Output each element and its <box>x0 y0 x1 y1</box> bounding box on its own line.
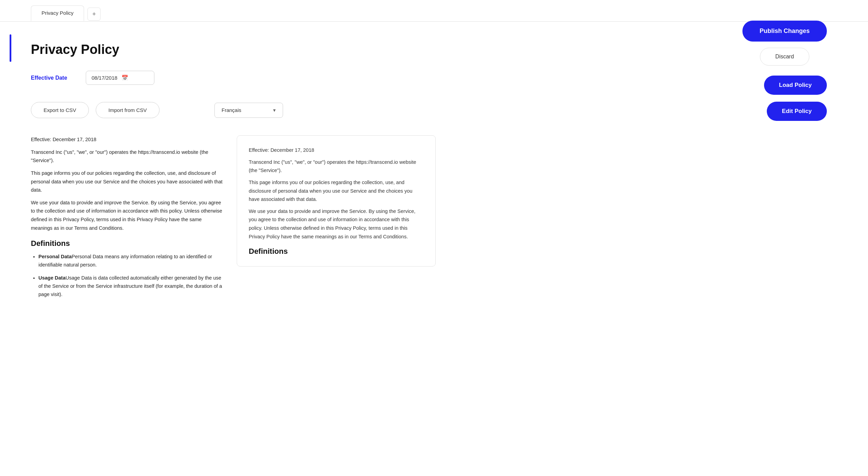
chevron-down-icon: ▾ <box>273 107 276 113</box>
tab-privacy-policy[interactable]: Privacy Policy <box>31 5 84 21</box>
right-para2: This page informs you of our policies re… <box>249 178 424 204</box>
content-area: Effective: December 17, 2018 Transcend I… <box>31 135 837 304</box>
right-definitions-title: Definitions <box>249 247 424 256</box>
list-item: Personal DataPersonal Data means any inf… <box>38 253 223 269</box>
policy-actions: Load Policy Edit Policy <box>764 76 827 121</box>
page-title: Privacy Policy <box>31 42 837 57</box>
right-para1: Transcend Inc ("us", "we", or "our") ope… <box>249 158 424 175</box>
effective-date-label: Effective Date <box>31 75 79 81</box>
tab-bar: Privacy Policy + <box>0 0 868 22</box>
date-value: 08/17/2018 <box>92 75 117 81</box>
list-item: Usage DataUsage Data is data collected a… <box>38 274 223 299</box>
main-content: Privacy Policy Effective Date 08/17/2018… <box>0 22 868 317</box>
right-intro-date: Effective: December 17, 2018 <box>249 146 424 155</box>
language-value: Français <box>222 107 242 113</box>
sidebar-accent <box>10 34 11 62</box>
calendar-icon: 📅 <box>121 75 128 81</box>
right-para3: We use your data to provide and improve … <box>249 207 424 241</box>
plus-icon: + <box>92 11 96 18</box>
import-csv-button[interactable]: Import from CSV <box>96 102 160 118</box>
tab-add-button[interactable]: + <box>87 8 101 21</box>
definitions-list: Personal DataPersonal Data means any inf… <box>31 253 223 299</box>
publish-changes-button[interactable]: Publish Changes <box>742 21 827 42</box>
term-personal-data: Personal Data <box>38 254 72 259</box>
translated-panel: Effective: December 17, 2018 Transcend I… <box>237 135 436 267</box>
left-para2: This page informs you of our policies re… <box>31 169 223 194</box>
export-csv-button[interactable]: Export to CSV <box>31 102 89 118</box>
right-column: Effective: December 17, 2018 Transcend I… <box>237 135 436 304</box>
date-input[interactable]: 08/17/2018 📅 <box>86 71 154 85</box>
tab-label: Privacy Policy <box>42 10 73 16</box>
definitions-title: Definitions <box>31 239 223 248</box>
term-usage-data: Usage Data <box>38 275 66 281</box>
edit-policy-button[interactable]: Edit Policy <box>767 102 827 121</box>
language-select[interactable]: Français ▾ <box>214 103 283 118</box>
left-para3: We use your data to provide and improve … <box>31 199 223 233</box>
left-para1: Transcend Inc ("us", "we", or "our") ope… <box>31 148 223 165</box>
left-column: Effective: December 17, 2018 Transcend I… <box>31 135 223 304</box>
load-policy-button[interactable]: Load Policy <box>764 76 827 95</box>
discard-button[interactable]: Discard <box>760 48 809 66</box>
left-intro-date: Effective: December 17, 2018 <box>31 135 223 144</box>
action-buttons-row: Export to CSV Import from CSV Français ▾ <box>31 102 837 118</box>
effective-date-row: Effective Date 08/17/2018 📅 <box>31 71 837 85</box>
def-usage-data: Usage Data is data collected automatical… <box>38 275 222 297</box>
header-actions: Publish Changes Discard <box>742 21 827 66</box>
